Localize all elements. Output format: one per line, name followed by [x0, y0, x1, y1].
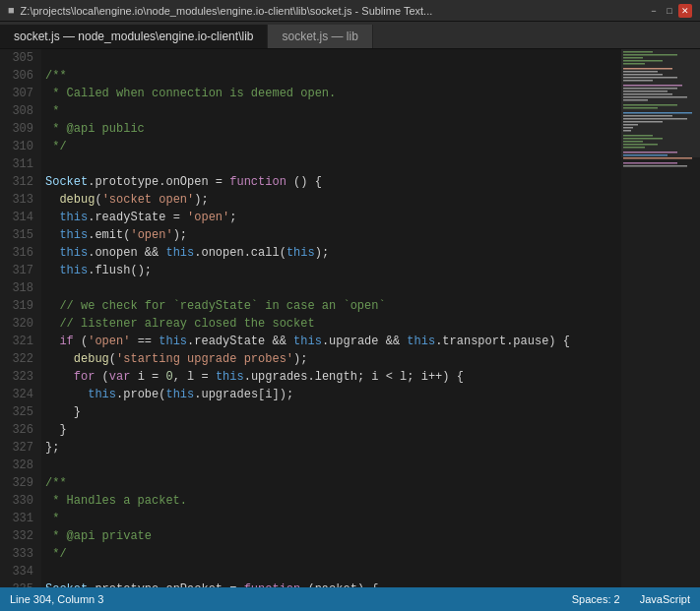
code-line: this.onopen && this.onopen.call(this);	[45, 244, 621, 262]
code-line: };	[45, 439, 621, 457]
code-line: }	[45, 421, 621, 439]
app-icon: ■	[8, 5, 15, 17]
svg-rect-34	[623, 162, 677, 164]
code-line: Socket.prototype.onOpen = function () {	[45, 173, 621, 191]
code-line: this.probe(this.upgrades[i]);	[45, 386, 621, 403]
line-numbers: 305 306 307 308 309 310 311 312 313 314 …	[0, 49, 41, 587]
code-line: */	[45, 138, 621, 155]
svg-rect-36	[621, 49, 700, 157]
code-line	[45, 563, 621, 580]
editor: 305 306 307 308 309 310 311 312 313 314 …	[0, 49, 700, 587]
window-controls[interactable]: − □ ✕	[647, 4, 692, 18]
code-line: /**	[45, 67, 621, 85]
code-line: * @api public	[45, 120, 621, 138]
code-line: *	[45, 102, 621, 120]
code-line: * Handles a packet.	[45, 492, 621, 510]
maximize-button[interactable]: □	[663, 4, 676, 18]
code-line: this.flush();	[45, 262, 621, 279]
code-line: // we check for `readyState` in case an …	[45, 297, 621, 315]
code-line: for (var i = 0, l = this.upgrades.length…	[45, 368, 621, 386]
title-bar-left: ■ Z:\projects\local\engine.io\node_modul…	[8, 5, 432, 17]
code-line: debug('socket open');	[45, 191, 621, 209]
code-line: Socket.prototype.onPacket = function (pa…	[45, 580, 621, 587]
code-line: this.emit('open');	[45, 226, 621, 244]
title-bar: ■ Z:\projects\local\engine.io\node_modul…	[0, 0, 700, 22]
minimize-button[interactable]: −	[647, 4, 661, 18]
minimap[interactable]	[621, 49, 700, 587]
code-line: * Called when connection is deemed open.	[45, 85, 621, 102]
indentation: Spaces: 2	[572, 593, 620, 605]
code-line	[45, 155, 621, 173]
code-line: */	[45, 545, 621, 563]
tab-socket-lib[interactable]: socket.js — lib	[268, 25, 372, 48]
code-line	[45, 279, 621, 297]
code-area[interactable]: /** * Called when connection is deemed o…	[41, 49, 621, 587]
status-bar: Line 304, Column 3 Spaces: 2 JavaScript	[0, 587, 700, 611]
code-line: * @api private	[45, 527, 621, 545]
tab-bar: socket.js — node_modules\engine.io-clien…	[0, 22, 700, 49]
svg-rect-33	[623, 157, 692, 159]
close-button[interactable]: ✕	[678, 4, 692, 18]
code-line	[45, 49, 621, 67]
window-title: Z:\projects\local\engine.io\node_modules…	[21, 5, 433, 17]
svg-rect-35	[623, 165, 687, 167]
code-line: }	[45, 403, 621, 421]
cursor-position: Line 304, Column 3	[10, 593, 103, 605]
code-line: /**	[45, 474, 621, 492]
code-line: this.readyState = 'open';	[45, 209, 621, 226]
language-mode: JavaScript	[640, 593, 690, 605]
code-line: debug('starting upgrade probes');	[45, 350, 621, 368]
code-line: // listener alreay closed the socket	[45, 315, 621, 333]
status-right: Spaces: 2 JavaScript	[572, 593, 690, 605]
code-line	[45, 457, 621, 474]
code-line: if ('open' == this.readyState && this.up…	[45, 333, 621, 350]
code-line: *	[45, 510, 621, 527]
tab-socket-modules[interactable]: socket.js — node_modules\engine.io-clien…	[0, 25, 268, 48]
